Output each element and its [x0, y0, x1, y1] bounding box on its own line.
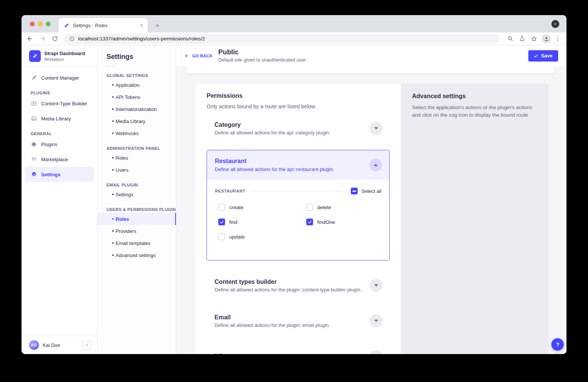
advanced-settings-panel: Advanced settings Select the application…	[401, 84, 548, 354]
sidebar-item-content-manager[interactable]: Content Manager	[22, 70, 97, 85]
browser-menu-icon[interactable]	[553, 34, 563, 44]
sidebar-item-content-type-builder[interactable]: Content-Type Builder	[22, 96, 97, 111]
select-all-label: Select all	[361, 188, 381, 194]
strapi-app: Strapi Dashboard Workplace Content Manag…	[22, 45, 566, 354]
workspace-name: Strapi Dashboard	[44, 51, 85, 57]
checkbox[interactable]	[218, 219, 225, 225]
chevron-down-icon	[374, 320, 378, 322]
site-info-icon[interactable]	[69, 36, 75, 42]
expand-email-button[interactable]	[370, 314, 383, 327]
minimize-window-button[interactable]	[38, 22, 43, 26]
select-all-control[interactable]: Select all	[351, 188, 381, 194]
checkbox-label: update	[229, 234, 245, 240]
tab-close-icon[interactable]	[139, 23, 144, 28]
sidebar-item-media-library[interactable]: Media Library	[22, 111, 97, 126]
tab-title: Settings - Roles	[73, 23, 136, 28]
subnav-item-media-library[interactable]: Media Library	[97, 115, 176, 127]
checkbox-label: find	[229, 219, 238, 225]
checkbox-find[interactable]: find	[218, 219, 306, 225]
permissions-title: Permissions	[207, 92, 390, 99]
check-icon	[534, 54, 538, 58]
subnav-item-internationalization[interactable]: Internationalization	[97, 103, 176, 115]
tab-strip: Settings - Roles	[22, 15, 566, 32]
subnav-item-up-providers[interactable]: Providers	[97, 225, 176, 237]
bullet-icon	[112, 230, 114, 232]
forward-button[interactable]	[37, 34, 48, 44]
go-back-label: GO BACK	[192, 54, 213, 58]
accordion-title: Category	[215, 121, 330, 128]
sidebar-item-plugins[interactable]: Plugins	[22, 137, 97, 152]
user-name: Kai Doe	[43, 342, 79, 348]
browser-profile-avatar[interactable]	[542, 34, 551, 43]
accordion-description: Define all allowed actions for the plugi…	[215, 322, 330, 328]
subnav-item-admin-users[interactable]: Users	[97, 164, 176, 176]
restaurant-permissions-body: RESTAURANT Select all create	[207, 180, 389, 260]
strapi-logo-icon	[29, 50, 41, 62]
collapse-sidebar-button[interactable]	[82, 340, 91, 350]
accordion-email[interactable]: Email Define all allowed actions for the…	[207, 312, 390, 330]
accordion-content-types-builder[interactable]: Content types builder Define all allowed…	[207, 276, 390, 294]
actions-grid: create delete find	[215, 204, 381, 240]
user-footer: KD Kai Doe	[22, 336, 97, 354]
zoom-out-icon[interactable]	[505, 34, 515, 44]
maximize-window-button[interactable]	[46, 22, 51, 26]
sidebar-item-settings[interactable]: Settings	[25, 167, 94, 182]
gear-icon	[31, 171, 37, 177]
subnav-item-webhooks[interactable]: Webhooks	[97, 127, 176, 139]
url-bar[interactable]: localhost:1337/admin/settings/users-perm…	[64, 34, 500, 44]
reload-button[interactable]	[50, 34, 60, 44]
workspace-brand[interactable]: Strapi Dashboard Workplace	[22, 45, 97, 66]
back-button[interactable]	[25, 34, 35, 44]
subnav-item-application[interactable]: Application	[97, 79, 176, 91]
subnav-section-users-permissions-plugin: USERS & PERMISSIONS PLUGIN	[106, 207, 176, 212]
bullet-icon	[112, 254, 114, 256]
subnav-rule	[106, 66, 116, 66]
collapse-restaurant-button[interactable]	[369, 159, 382, 171]
sidebar-section-general: GENERAL	[31, 131, 97, 136]
checkbox[interactable]	[306, 204, 313, 211]
save-button[interactable]: Save	[528, 50, 558, 62]
subnav-item-api-tokens[interactable]: API Tokens	[97, 91, 176, 103]
subnav-item-email-settings[interactable]: Settings	[97, 188, 176, 200]
expand-i18n-button[interactable]	[370, 350, 383, 354]
sidebar-item-marketplace[interactable]: Marketplace	[22, 152, 97, 167]
close-window-button[interactable]	[30, 22, 35, 26]
go-back-link[interactable]: GO BACK	[184, 54, 213, 58]
share-icon[interactable]	[517, 34, 527, 44]
checkbox[interactable]	[306, 219, 313, 225]
accordion-title: Content types builder	[215, 278, 362, 285]
avatar[interactable]: KD	[29, 340, 39, 350]
chevron-down-icon	[374, 127, 378, 129]
select-all-checkbox[interactable]	[351, 188, 358, 194]
checkbox[interactable]	[218, 204, 225, 211]
bullet-icon	[112, 169, 114, 171]
advanced-settings-title: Advanced settings	[412, 93, 537, 100]
checkbox-update[interactable]: update	[218, 233, 306, 240]
checkbox-findone[interactable]: findOne	[306, 219, 381, 225]
subnav-item-up-roles[interactable]: Roles	[97, 213, 176, 225]
new-tab-button[interactable]	[153, 21, 162, 30]
checkbox-label: delete	[317, 205, 331, 210]
subnav-item-admin-roles[interactable]: Roles	[97, 152, 176, 164]
sidebar-item-label: Content Manager	[41, 75, 79, 81]
url-text[interactable]: localhost:1337/admin/settings/users-perm…	[78, 36, 205, 42]
bullet-icon	[112, 84, 114, 86]
accordion-category[interactable]: Category Define all allowed actions for …	[207, 119, 390, 137]
checkbox-create[interactable]: create	[218, 204, 306, 211]
subnav-item-up-advanced-settings[interactable]: Advanced settings	[97, 249, 176, 261]
subnav-section-global-settings: GLOBAL SETTINGS	[106, 73, 176, 78]
checkbox[interactable]	[218, 233, 225, 240]
expand-category-button[interactable]	[370, 122, 383, 135]
pen-icon	[31, 75, 37, 81]
accordion-restaurant-header[interactable]: Restaurant Define all allowed actions fo…	[207, 150, 389, 180]
tab-search-button[interactable]	[551, 20, 559, 28]
help-button[interactable]: ?	[551, 338, 564, 351]
subnav-item-up-email-templates[interactable]: Email templates	[97, 237, 176, 249]
bookmark-star-icon[interactable]	[529, 34, 539, 44]
permissions-subtitle: Only actions bound by a route are listed…	[207, 103, 390, 109]
browser-tab[interactable]: Settings - Roles	[59, 18, 148, 32]
bullet-icon	[112, 218, 114, 220]
checkbox-delete[interactable]: delete	[306, 204, 381, 211]
expand-content-types-builder-button[interactable]	[370, 279, 383, 292]
accordion-i18n[interactable]: i18n	[207, 348, 390, 354]
